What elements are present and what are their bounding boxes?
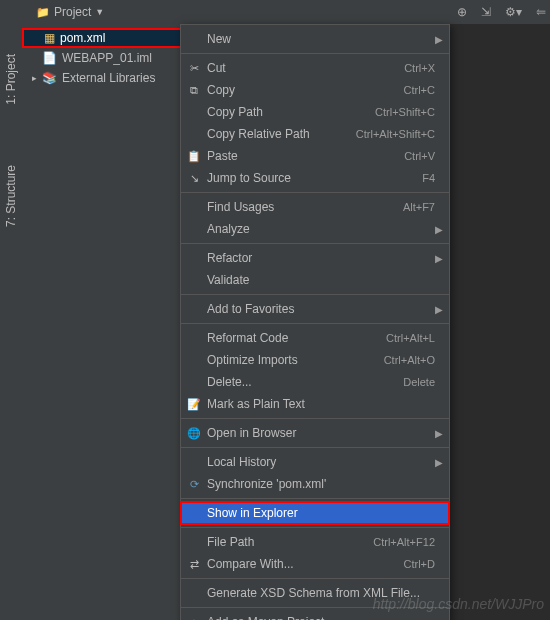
tree-item-iml[interactable]: 📄 WEBAPP_01.iml [22,48,190,68]
plus-icon: + [187,616,201,620]
dropdown-arrow-icon: ▼ [95,7,104,17]
submenu-arrow-icon: ▶ [435,428,443,439]
menu-item-analyze[interactable]: Analyze▶ [181,218,449,240]
menu-separator [181,578,449,579]
hide-icon[interactable]: ⥢ [532,5,550,19]
project-tree: ▦ pom.xml 📄 WEBAPP_01.iml ▸ 📚 External L… [22,24,190,88]
tree-item-label: pom.xml [60,31,105,45]
menu-item-local-history[interactable]: Local History▶ [181,451,449,473]
menu-item-file-path[interactable]: File PathCtrl+Alt+F12 [181,531,449,553]
tree-item-external-libs[interactable]: ▸ 📚 External Libraries [22,68,190,88]
project-tab-label: Project [54,5,91,19]
menu-item-optimize-imports[interactable]: Optimize ImportsCtrl+Alt+O [181,349,449,371]
menu-item-find-usages[interactable]: Find UsagesAlt+F7 [181,196,449,218]
menu-item-open-browser[interactable]: 🌐Open in Browser▶ [181,422,449,444]
jump-icon: ↘ [187,172,201,185]
menu-item-copy-path[interactable]: Copy PathCtrl+Shift+C [181,101,449,123]
target-icon[interactable]: ⊕ [453,5,471,19]
collapse-icon[interactable]: ⇲ [477,5,495,19]
browser-icon: 🌐 [187,427,201,440]
menu-item-reformat[interactable]: Reformat CodeCtrl+Alt+L [181,327,449,349]
menu-item-paste[interactable]: 📋PasteCtrl+V [181,145,449,167]
gear-icon[interactable]: ⚙▾ [501,5,526,19]
top-toolbar: 📁 Project ▼ ⊕ ⇲ ⚙▾ ⥢ [0,0,550,24]
library-icon: 📚 [42,71,57,85]
submenu-arrow-icon: ▶ [435,34,443,45]
menu-separator [181,53,449,54]
menu-separator [181,527,449,528]
compare-icon: ⇄ [187,558,201,571]
menu-item-plain-text[interactable]: 📝Mark as Plain Text [181,393,449,415]
menu-separator [181,323,449,324]
menu-separator [181,418,449,419]
side-tab-project[interactable]: 1: Project [4,54,18,105]
submenu-arrow-icon: ▶ [435,457,443,468]
submenu-arrow-icon: ▶ [435,253,443,264]
folder-icon: 📁 [36,6,50,19]
tree-item-label: External Libraries [62,71,155,85]
chevron-right-icon: ▸ [32,73,37,83]
project-tree-panel: ▦ pom.xml 📄 WEBAPP_01.iml ▸ 📚 External L… [22,24,190,620]
menu-item-compare[interactable]: ⇄Compare With...Ctrl+D [181,553,449,575]
copy-icon: ⧉ [187,84,201,97]
menu-item-copy-relative-path[interactable]: Copy Relative PathCtrl+Alt+Shift+C [181,123,449,145]
tree-item-label: WEBAPP_01.iml [62,51,152,65]
xml-file-icon: ▦ [44,31,55,45]
side-tab-structure[interactable]: 7: Structure [4,165,18,227]
sync-icon: ⟳ [187,478,201,491]
menu-separator [181,607,449,608]
menu-item-copy[interactable]: ⧉CopyCtrl+C [181,79,449,101]
menu-item-synchronize[interactable]: ⟳Synchronize 'pom.xml' [181,473,449,495]
menu-item-show-explorer[interactable]: Show in Explorer [181,502,449,524]
menu-item-cut[interactable]: ✂CutCtrl+X [181,57,449,79]
file-icon: 📄 [42,51,57,65]
menu-separator [181,294,449,295]
paste-icon: 📋 [187,150,201,163]
project-tool-tab[interactable]: 📁 Project ▼ [28,3,112,21]
menu-item-refactor[interactable]: Refactor▶ [181,247,449,269]
menu-item-delete[interactable]: Delete...Delete [181,371,449,393]
menu-item-generate-xsd[interactable]: Generate XSD Schema from XML File... [181,582,449,604]
context-menu: New▶ ✂CutCtrl+X ⧉CopyCtrl+C Copy PathCtr… [180,24,450,620]
side-tool-tabs: 1: Project 7: Structure [0,24,22,620]
submenu-arrow-icon: ▶ [435,304,443,315]
menu-item-validate[interactable]: Validate [181,269,449,291]
menu-item-jump-to-source[interactable]: ↘Jump to SourceF4 [181,167,449,189]
submenu-arrow-icon: ▶ [435,224,443,235]
menu-item-add-maven[interactable]: +Add as Maven Project [181,611,449,620]
cut-icon: ✂ [187,62,201,75]
text-icon: 📝 [187,398,201,411]
menu-separator [181,498,449,499]
menu-separator [181,243,449,244]
tree-item-pom[interactable]: ▦ pom.xml [22,28,190,48]
menu-separator [181,447,449,448]
menu-separator [181,192,449,193]
menu-item-add-favorites[interactable]: Add to Favorites▶ [181,298,449,320]
menu-item-new[interactable]: New▶ [181,28,449,50]
